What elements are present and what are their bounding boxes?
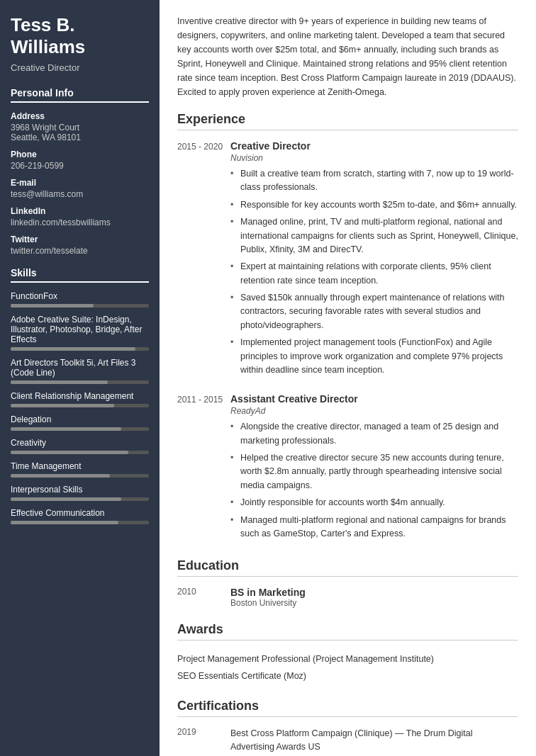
awards-section: Awards Project Management Professional (…	[177, 622, 518, 684]
skill-bar-fill	[11, 427, 121, 431]
skill-item: FunctionFox	[11, 291, 149, 308]
skill-bar-bg	[11, 404, 149, 407]
experience-title: Creative Director	[230, 140, 518, 152]
experience-list: 2015 - 2020Creative DirectorNuvisionBuil…	[177, 140, 518, 544]
candidate-name: Tess B. Williams	[11, 14, 149, 58]
address-city: Seattle, WA 98101	[11, 132, 149, 142]
skill-name: Client Relationship Management	[11, 391, 149, 401]
skill-item: Delegation	[11, 414, 149, 431]
experience-bullet: Managed online, print, TV and multi-plat…	[230, 215, 518, 256]
skill-name: Time Management	[11, 461, 149, 471]
skill-name: Effective Communication	[11, 508, 149, 518]
skill-bar-bg	[11, 304, 149, 308]
main-content: Inventive creative director with 9+ year…	[160, 0, 536, 756]
skill-name: Delegation	[11, 414, 149, 424]
certification-entry: 2019Best Cross Platform Campaign (Cliniq…	[177, 727, 518, 754]
experience-bullet: Saved $150k annually through expert main…	[230, 291, 518, 332]
education-list: 2010BS in MarketingBoston University	[177, 587, 518, 608]
skills-list: FunctionFoxAdobe Creative Suite: InDesig…	[11, 291, 149, 524]
experience-bullet: Responsible for key accounts worth $25m …	[230, 198, 518, 212]
certifications-list: 2019Best Cross Platform Campaign (Cliniq…	[177, 727, 518, 754]
skill-item: Interpersonal Skills	[11, 485, 149, 501]
experience-company: ReadyAd	[230, 406, 518, 416]
experience-company: Nuvision	[230, 153, 518, 163]
linkedin-value: linkedin.com/tessbwilliams	[11, 218, 149, 227]
education-content: BS in MarketingBoston University	[230, 587, 306, 608]
skill-item: Creativity	[11, 438, 149, 454]
twitter-value: twitter.com/tesselate	[11, 246, 149, 256]
skills-section-title: Skills	[11, 267, 149, 283]
linkedin-label: LinkedIn	[11, 206, 149, 216]
award-item: Project Management Professional (Project…	[177, 650, 518, 667]
experience-section: Experience 2015 - 2020Creative DirectorN…	[177, 112, 518, 544]
skill-bar-fill	[11, 404, 114, 407]
twitter-label: Twitter	[11, 235, 149, 244]
skill-bar-bg	[11, 451, 149, 454]
experience-dates: 2011 - 2015	[177, 393, 230, 544]
skill-item: Time Management	[11, 461, 149, 478]
experience-bullets: Alongside the creative director, managed…	[230, 420, 518, 541]
experience-bullet: Jointly responsible for accounts worth $…	[230, 496, 518, 509]
phone-value: 206-219-0599	[11, 161, 149, 171]
summary-text: Inventive creative director with 9+ year…	[177, 14, 518, 99]
experience-title: Assistant Creative Director	[230, 393, 518, 405]
address-value: 3968 Wright Court	[11, 123, 149, 132]
experience-bullet: Expert at maintaining relations with cor…	[230, 260, 518, 288]
skill-name: Interpersonal Skills	[11, 485, 149, 495]
experience-entry: 2011 - 2015Assistant Creative DirectorRe…	[177, 393, 518, 544]
skill-item: Art Directors Toolkit 5i, Art Files 3 (C…	[11, 358, 149, 384]
skill-bar-bg	[11, 497, 149, 501]
awards-list: Project Management Professional (Project…	[177, 650, 518, 684]
skill-item: Client Relationship Management	[11, 391, 149, 407]
experience-dates: 2015 - 2020	[177, 140, 230, 380]
skill-bar-fill	[11, 521, 118, 524]
experience-bullets: Built a creative team from scratch, star…	[230, 167, 518, 377]
skill-bar-bg	[11, 427, 149, 431]
skill-bar-fill	[11, 497, 121, 501]
skill-name: Creativity	[11, 438, 149, 448]
skill-item: Effective Communication	[11, 508, 149, 524]
candidate-title: Creative Director	[11, 62, 149, 73]
skill-bar-fill	[11, 451, 128, 454]
skill-name: Art Directors Toolkit 5i, Art Files 3 (C…	[11, 358, 149, 378]
skill-bar-bg	[11, 380, 149, 384]
skill-name: Adobe Creative Suite: InDesign, Illustra…	[11, 315, 149, 344]
certifications-section: Certifications 2019Best Cross Platform C…	[177, 699, 518, 754]
skill-item: Adobe Creative Suite: InDesign, Illustra…	[11, 315, 149, 351]
education-degree: BS in Marketing	[230, 587, 306, 598]
experience-content: Creative DirectorNuvisionBuilt a creativ…	[230, 140, 518, 380]
education-section: Education 2010BS in MarketingBoston Univ…	[177, 558, 518, 608]
certifications-section-title: Certifications	[177, 699, 518, 717]
address-label: Address	[11, 111, 149, 121]
skill-bar-fill	[11, 380, 108, 384]
education-school: Boston University	[230, 598, 306, 608]
phone-label: Phone	[11, 149, 149, 159]
sidebar: Tess B. Williams Creative Director Perso…	[0, 0, 160, 756]
certification-date: 2019	[177, 727, 230, 754]
experience-bullet: Implemented project management tools (Fu…	[230, 336, 518, 377]
personal-info-section-title: Personal Info	[11, 87, 149, 103]
education-date: 2010	[177, 587, 230, 608]
certification-text: Best Cross Platform Campaign (Clinique) …	[230, 727, 518, 754]
skill-bar-fill	[11, 347, 135, 351]
award-item: SEO Essentials Certificate (Moz)	[177, 667, 518, 684]
skill-bar-bg	[11, 347, 149, 351]
experience-bullet: Built a creative team from scratch, star…	[230, 167, 518, 195]
experience-bullet: Helped the creative director secure 35 n…	[230, 451, 518, 492]
skill-bar-fill	[11, 304, 94, 308]
skill-bar-bg	[11, 474, 149, 478]
skill-name: FunctionFox	[11, 291, 149, 301]
experience-bullet: Alongside the creative director, managed…	[230, 420, 518, 448]
education-section-title: Education	[177, 558, 518, 577]
experience-content: Assistant Creative DirectorReadyAdAlongs…	[230, 393, 518, 544]
email-value: tess@williams.com	[11, 189, 149, 199]
experience-bullet: Managed multi-platform regional and nati…	[230, 514, 518, 541]
skill-bar-fill	[11, 474, 110, 478]
experience-entry: 2015 - 2020Creative DirectorNuvisionBuil…	[177, 140, 518, 380]
education-entry: 2010BS in MarketingBoston University	[177, 587, 518, 608]
awards-section-title: Awards	[177, 622, 518, 641]
email-label: E-mail	[11, 178, 149, 188]
skill-bar-bg	[11, 521, 149, 524]
experience-section-title: Experience	[177, 112, 518, 130]
